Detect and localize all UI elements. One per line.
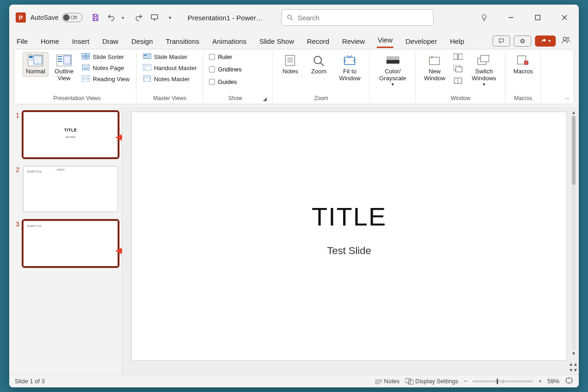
autosave-label: AutoSave bbox=[30, 14, 59, 21]
workspace: 1 TITLE Test Slide 2 SUBTITLE • TEXT 3 S… bbox=[9, 107, 579, 374]
slide-thumbnail-1[interactable]: TITLE Test Slide bbox=[23, 112, 118, 158]
tab-insert[interactable]: Insert bbox=[71, 35, 90, 48]
show-dialog-launcher-icon[interactable]: ◢ bbox=[262, 96, 267, 103]
new-window-button[interactable]: + New Window bbox=[420, 52, 449, 83]
start-from-beginning-icon[interactable] bbox=[150, 13, 159, 22]
vertical-scrollbar[interactable]: ▲ ▼ bbox=[570, 110, 577, 356]
toggle-switch[interactable]: Off bbox=[62, 13, 83, 22]
search-icon bbox=[286, 14, 294, 21]
outline-view-label: Outline View bbox=[53, 68, 75, 82]
handout-master-button[interactable]: Handout Master bbox=[141, 63, 199, 72]
color-grayscale-button[interactable]: Color/ Grayscale▾ bbox=[374, 52, 410, 89]
zoom-button[interactable]: Zoom bbox=[306, 52, 332, 77]
toggle-state: Off bbox=[71, 15, 77, 20]
notes-page-button[interactable]: Notes Page bbox=[80, 63, 131, 72]
svg-rect-36 bbox=[145, 76, 149, 78]
notes-master-button[interactable]: Notes Master bbox=[141, 74, 199, 83]
slide-title-text[interactable]: TITLE bbox=[312, 201, 386, 231]
prev-slide-icon[interactable]: ▲▲ bbox=[569, 362, 578, 367]
switch-windows-button[interactable]: Switch Windows▾ bbox=[467, 52, 500, 89]
scroll-up-icon[interactable]: ▲ bbox=[571, 110, 576, 115]
guides-checkbox[interactable]: Guides bbox=[208, 77, 238, 87]
search-input[interactable] bbox=[297, 14, 428, 22]
slide-canvas[interactable]: TITLE Test Slide bbox=[131, 112, 567, 361]
slide-master-button[interactable]: Slide Master bbox=[141, 52, 199, 61]
titlebar-right bbox=[475, 10, 574, 25]
tab-slideshow[interactable]: Slide Show bbox=[258, 35, 295, 48]
group-label: Macros bbox=[514, 94, 532, 103]
undo-icon[interactable] bbox=[107, 13, 116, 22]
slide-sorter-button[interactable]: Slide Sorter bbox=[80, 52, 131, 61]
slide-thumbnail-3[interactable]: SUBTITLE bbox=[23, 220, 118, 267]
tab-review[interactable]: Review bbox=[341, 35, 366, 48]
fit-to-window-button[interactable]: Fit to Window bbox=[334, 52, 365, 83]
tab-draw[interactable]: Draw bbox=[101, 35, 119, 48]
slide-counter[interactable]: Slide 1 of 3 bbox=[15, 378, 45, 385]
slide-canvas-area: TITLE Test Slide ▲ ▼ ▲▲ ▼▼ bbox=[122, 107, 579, 374]
reading-view-button[interactable]: Reading View bbox=[80, 74, 131, 83]
svg-rect-45 bbox=[386, 60, 399, 64]
arrange-all-button[interactable] bbox=[451, 52, 464, 61]
tab-home[interactable]: Home bbox=[40, 35, 60, 48]
tab-developer[interactable]: Developer bbox=[404, 35, 438, 48]
svg-rect-22 bbox=[82, 57, 85, 59]
tips-icon[interactable] bbox=[475, 10, 494, 25]
camera-button[interactable] bbox=[514, 36, 531, 47]
svg-point-10 bbox=[567, 37, 569, 39]
account-icon[interactable] bbox=[559, 34, 572, 48]
maximize-button[interactable] bbox=[528, 10, 547, 25]
gridlines-checkbox[interactable]: Gridlines bbox=[208, 65, 242, 74]
document-title[interactable]: Presentation1 - Power… bbox=[188, 14, 263, 22]
collapse-ribbon-icon[interactable]: ︿ bbox=[564, 94, 570, 102]
notes-icon bbox=[282, 54, 298, 67]
svg-rect-25 bbox=[83, 65, 88, 67]
undo-dropdown-icon[interactable]: ▾ bbox=[119, 13, 128, 22]
minimize-button[interactable] bbox=[501, 10, 521, 25]
zoom-in-button[interactable]: + bbox=[538, 378, 542, 385]
cascade-button[interactable] bbox=[451, 64, 464, 73]
tab-transitions[interactable]: Transitions bbox=[165, 35, 200, 48]
tab-help[interactable]: Help bbox=[449, 35, 465, 48]
ruler-checkbox[interactable]: Ruler bbox=[208, 52, 233, 62]
scroll-down-icon[interactable]: ▼ bbox=[571, 351, 576, 356]
share-button[interactable]: ▾ bbox=[535, 36, 556, 47]
move-split-button[interactable] bbox=[451, 76, 464, 85]
slide-thumbnail-2[interactable]: SUBTITLE • TEXT bbox=[23, 166, 118, 212]
display-settings-button[interactable]: Display Settings bbox=[405, 378, 458, 385]
search-box[interactable] bbox=[281, 9, 434, 26]
save-icon[interactable] bbox=[91, 13, 100, 22]
notes-button[interactable]: Notes bbox=[277, 52, 303, 77]
scroll-track[interactable] bbox=[572, 116, 576, 350]
group-color: Color/ Grayscale▾ bbox=[370, 52, 416, 103]
scroll-thumb[interactable] bbox=[572, 116, 576, 185]
svg-rect-17 bbox=[58, 59, 62, 59]
tab-record[interactable]: Record bbox=[306, 35, 330, 48]
fit-to-window-status-icon[interactable] bbox=[565, 377, 573, 386]
next-slide-icon[interactable]: ▼▼ bbox=[569, 368, 578, 373]
slide-thumbnail-panel[interactable]: 1 TITLE Test Slide 2 SUBTITLE • TEXT 3 S… bbox=[9, 107, 122, 374]
tab-animations[interactable]: Animations bbox=[211, 35, 247, 48]
outline-view-button[interactable]: Outline View bbox=[51, 52, 77, 83]
group-window: + New Window Switch Windows▾ Window bbox=[416, 52, 505, 103]
comments-button[interactable] bbox=[493, 36, 510, 47]
redo-icon[interactable] bbox=[134, 13, 143, 22]
tab-view[interactable]: View bbox=[377, 33, 393, 48]
zoom-slider[interactable] bbox=[473, 380, 533, 382]
svg-rect-29 bbox=[143, 54, 151, 59]
group-label: Master Views bbox=[153, 94, 186, 103]
autosave-toggle[interactable]: AutoSave Off bbox=[30, 13, 83, 22]
macros-button[interactable]: Macros bbox=[510, 52, 536, 77]
qat-customize-icon[interactable]: ▾ bbox=[166, 13, 175, 22]
zoom-level[interactable]: 59% bbox=[547, 378, 559, 385]
close-button[interactable] bbox=[555, 10, 574, 25]
group-master-views: Slide Master Handout Master Notes Master… bbox=[137, 52, 204, 103]
tab-design[interactable]: Design bbox=[131, 35, 154, 48]
tab-file[interactable]: File bbox=[16, 35, 29, 48]
svg-point-7 bbox=[521, 40, 524, 42]
zoom-out-button[interactable]: − bbox=[464, 378, 468, 385]
notes-toggle[interactable]: Notes bbox=[375, 378, 400, 385]
svg-rect-16 bbox=[58, 56, 62, 57]
slide-subtitle-text[interactable]: Test Slide bbox=[327, 245, 371, 257]
normal-view-button[interactable]: Normal bbox=[23, 52, 48, 77]
svg-text:+: + bbox=[430, 54, 434, 60]
